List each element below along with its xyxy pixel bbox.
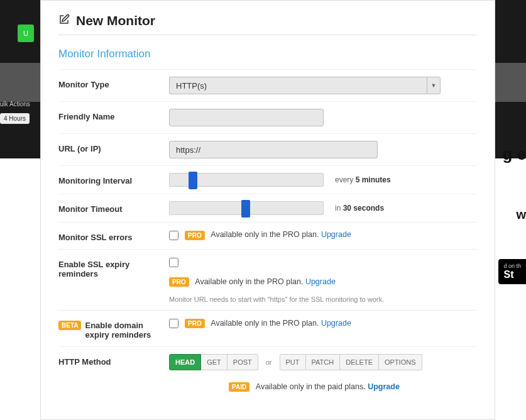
label-timeout: Monitor Timeout	[58, 201, 169, 214]
upgrade-link[interactable]: Upgrade	[321, 319, 351, 328]
label-http-method: HTTP Method	[58, 354, 169, 367]
label-interval: Monitoring Interval	[58, 173, 169, 185]
interval-slider-thumb[interactable]	[189, 172, 197, 189]
section-monitor-info: Monitor Information	[58, 48, 477, 60]
http-method-head[interactable]: HEAD	[169, 354, 201, 370]
label-domain-expiry: Enable domain expiry reminders	[85, 321, 169, 340]
timeout-hint: in 30 seconds	[335, 204, 384, 213]
modal-title: New Monitor	[76, 13, 155, 28]
bg-bulk-actions: ulk Actions	[0, 101, 30, 108]
new-monitor-modal: New Monitor Monitor Information Monitor …	[40, 0, 495, 420]
pro-note-text: Available only in the PRO plan.	[211, 230, 319, 239]
edit-icon	[58, 14, 70, 28]
upgrade-link[interactable]: Upgrade	[368, 382, 400, 391]
http-method-options[interactable]: OPTIONS	[379, 354, 422, 370]
label-friendly-name: Friendly Name	[58, 109, 169, 121]
pro-note-text: Available only in the PRO plan.	[211, 319, 319, 328]
label-url: URL (or IP)	[58, 141, 169, 153]
bg-upgrade-button: U	[18, 25, 34, 42]
interval-hint: every 5 minutes	[335, 175, 391, 184]
bg-store-line1: d on th	[503, 263, 521, 269]
paid-badge: PAID	[229, 382, 249, 392]
bg-hours-pill: 4 Hours	[0, 113, 30, 124]
bg-text-frag2: w	[516, 207, 526, 222]
monitor-type-select[interactable]: HTTP(s)	[169, 77, 427, 94]
label-ssl-expiry: Enable SSL expiry reminders	[58, 257, 169, 279]
upgrade-link[interactable]: Upgrade	[305, 277, 336, 286]
timeout-slider[interactable]	[169, 201, 324, 215]
paid-note-text: Available only in the paid plans.	[256, 382, 366, 391]
or-label: or	[263, 358, 275, 366]
pro-badge: PRO	[185, 319, 205, 328]
ssl-expiry-checkbox[interactable]	[169, 258, 178, 267]
http-method-post[interactable]: POST	[227, 354, 258, 370]
http-method-put[interactable]: PUT	[280, 354, 306, 370]
interval-slider[interactable]	[169, 173, 324, 187]
ssl-https-hint: Monitor URL needs to start with "https" …	[169, 296, 477, 303]
chevron-down-icon[interactable]: ▼	[427, 77, 441, 94]
domain-expiry-checkbox[interactable]	[169, 319, 178, 328]
bg-store-line2: St	[503, 269, 521, 280]
upgrade-link[interactable]: Upgrade	[321, 230, 351, 239]
pro-note-text: Available only in the PRO plan.	[195, 277, 303, 286]
http-method-delete[interactable]: DELETE	[340, 354, 379, 370]
timeout-slider-thumb[interactable]	[241, 200, 250, 218]
friendly-name-input[interactable]	[169, 109, 324, 126]
pro-badge: PRO	[185, 231, 205, 240]
beta-badge: BETA	[58, 321, 81, 330]
label-ssl-errors: Monitor SSL errors	[58, 229, 169, 242]
label-monitor-type: Monitor Type	[58, 77, 169, 89]
pro-badge: PRO	[169, 277, 189, 287]
ssl-errors-checkbox[interactable]	[169, 231, 178, 240]
http-method-get[interactable]: GET	[201, 354, 227, 370]
url-input[interactable]	[169, 141, 378, 158]
bg-text-frag: g e	[502, 145, 526, 164]
http-method-patch[interactable]: PATCH	[306, 354, 341, 370]
